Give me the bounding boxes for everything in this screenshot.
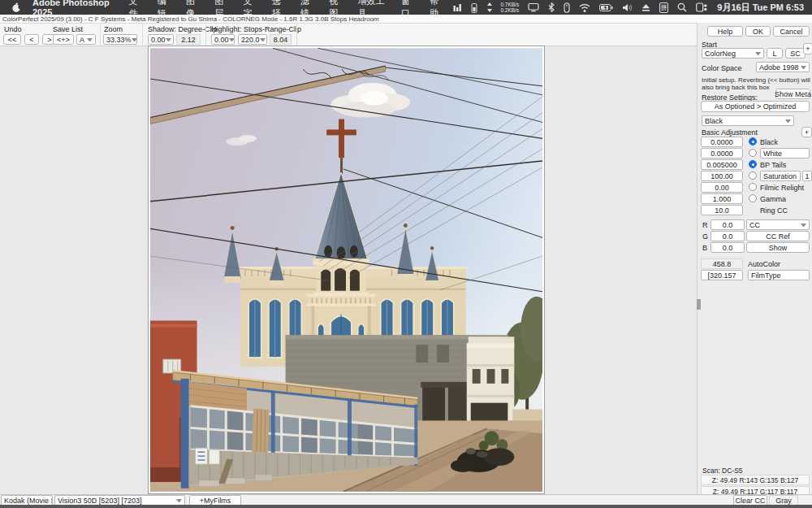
g-value-field[interactable]: 0.0 [710,231,745,241]
saturation-label-box[interactable]: Saturation [760,171,801,181]
colorspace-label: Color Space [702,64,742,72]
filmtype-box[interactable]: FilmType [748,270,810,280]
help-button[interactable]: Help [707,26,743,37]
highlight-clip-value: 8.04 [270,34,292,45]
search-icon[interactable] [677,2,687,12]
menu-item-layer[interactable]: 图层 [214,0,229,20]
colorspace-dropdown[interactable]: Adobe 1998 [756,62,810,72]
menu-item-view[interactable]: 视图 [329,0,343,20]
white-value-field[interactable]: 0.0000 [701,148,743,158]
restore-preset-button[interactable]: As Optioned > Optimized [701,101,810,112]
start-mode-dropdown[interactable]: ColorNeg [702,48,764,59]
setup-note-line2: also bring back this box [702,84,770,91]
canvas-image[interactable] [148,46,545,494]
volume-icon[interactable] [622,3,633,12]
battery-icon[interactable] [599,4,613,11]
zoom-dropdown[interactable]: 33.33% [103,34,137,45]
basic-adjustment-label: Basic Adjustment [702,128,758,137]
show-meta-button[interactable]: Show Meta [775,89,810,99]
linear-button[interactable]: L [767,48,783,59]
menu-item-plugins[interactable]: 增效工具 [357,0,387,20]
bluetooth-icon[interactable] [548,2,555,12]
app-title: Adobe Photoshop 2025 [32,0,114,17]
start-add-button[interactable]: + [803,43,812,54]
ok-button[interactable]: OK [745,26,771,37]
black-label: Black [760,138,778,146]
savelist-group-label: Save List [53,25,83,33]
filmic-relight-radio[interactable] [749,183,757,191]
apple-icon[interactable] [11,2,21,13]
ring-cc-value-field[interactable]: 10.0 [701,205,743,215]
menu-item-edit[interactable]: 编辑 [158,0,172,20]
colorperfect-panel: Help OK Cancel Start ColorNeg L SC + Col… [697,23,812,494]
cc-ref-button[interactable]: CC Ref [746,231,810,241]
undo-all-button[interactable]: << [3,34,21,45]
white-label-box[interactable]: White [760,148,810,158]
window-switcher-icon[interactable] [696,2,707,12]
highlight-range-dropdown[interactable]: 220.0 [238,34,267,45]
basic-add-button[interactable]: + [801,127,812,137]
cancel-button[interactable]: Cancel [773,26,810,37]
r-value-field[interactable]: 0.0 [710,219,745,230]
menu-item-type[interactable]: 文字 [243,0,257,20]
menu-item-window[interactable]: 窗口 [401,0,416,20]
display-icon[interactable] [528,2,539,12]
r-channel-label: R [702,221,708,229]
gamma-radio[interactable] [749,194,757,202]
b-channel-label: B [702,244,707,252]
stats-icon[interactable] [453,3,462,12]
filmic-relight-value-field[interactable]: 0.00 [701,182,743,193]
g-channel-label: G [702,232,708,241]
eject-icon[interactable] [641,3,650,12]
mouse-icon[interactable] [564,2,570,13]
show-button[interactable]: Show [746,242,810,253]
shadow-degree-dropdown[interactable]: 0.00 [148,34,174,45]
plugin-toolbar: Undo << < > Save List <+> A Zoom 33.33% … [0,24,697,46]
undo-group-label: Undo [4,25,22,33]
black-value-field[interactable]: 0.0000 [701,137,743,147]
battery-vertical-icon[interactable] [471,2,477,13]
undo-button[interactable]: < [24,34,39,45]
autocolor-label: AutoColor [748,260,780,268]
church-photo [150,48,542,492]
setup-note-line1: Initial setup. Reverting (<< button) wil… [702,76,810,84]
gamma-label: Gamma [760,195,786,203]
bp-tails-value-field[interactable]: 0.005000 [701,159,743,170]
ring-cc-label: Ring CC [760,206,788,215]
savelist-slot-dropdown[interactable]: A [76,34,96,45]
gamma-value-field[interactable]: 1.000 [701,193,743,204]
menu-clock[interactable]: 9月16日 Tue PM 6:53 [717,2,804,14]
saturation-extra-field[interactable]: 1 [802,171,812,181]
shadow-group-label: Shadow: Degree-Clip [148,25,218,33]
shadow-clip-value: 2.12 [176,34,201,45]
bp-tails-radio[interactable] [749,160,757,168]
filmic-relight-label: Filmic Relight [760,184,804,192]
menu-item-file[interactable]: 文件 [128,0,143,20]
wifi-icon[interactable] [579,3,590,12]
channel-dropdown[interactable]: Black [702,115,794,126]
saturation-value-field[interactable]: 100.00 [701,171,743,181]
b-value-field[interactable]: 0.0 [710,242,745,253]
menu-item-help[interactable]: 帮助 [430,0,444,20]
highlight-group-label: Highlight: Stops-Range-Clip [211,25,301,33]
black-radio[interactable] [749,137,757,145]
white-radio[interactable] [749,149,757,157]
input-method-icon[interactable]: 拼 [659,2,668,13]
menu-item-select[interactable]: 选择 [272,0,287,20]
updown-arrows-icon[interactable] [486,2,493,12]
network-speed[interactable]: 0.7KB/s 0.2KB/s [500,2,519,13]
filmtype-value-field[interactable]: [320.157 [701,270,743,280]
film-bar: Kodak (Movie Sto.. Vision3 50D [5203] [7… [0,494,812,505]
menu-item-image[interactable]: 图像 [186,0,201,20]
scan-label: Scan: DC-S5 [702,467,743,475]
menu-item-filter[interactable]: 滤镜 [300,0,315,20]
highlight-stops-dropdown[interactable]: 0.00 [211,34,235,45]
cc-dropdown[interactable]: CC [746,219,810,230]
menu-bar: Adobe Photoshop 2025 文件 编辑 图像 图层 文字 选择 滤… [0,0,812,15]
savelist-add-button[interactable]: <+> [53,34,74,45]
saturation-radio[interactable] [749,172,757,180]
zoom-group-label: Zoom [104,25,123,33]
panel-resize-handle[interactable] [697,299,701,310]
zone-readout-1: Z: 49.49 R:143 G:135 B:127 [701,475,810,485]
white-building [467,336,515,427]
